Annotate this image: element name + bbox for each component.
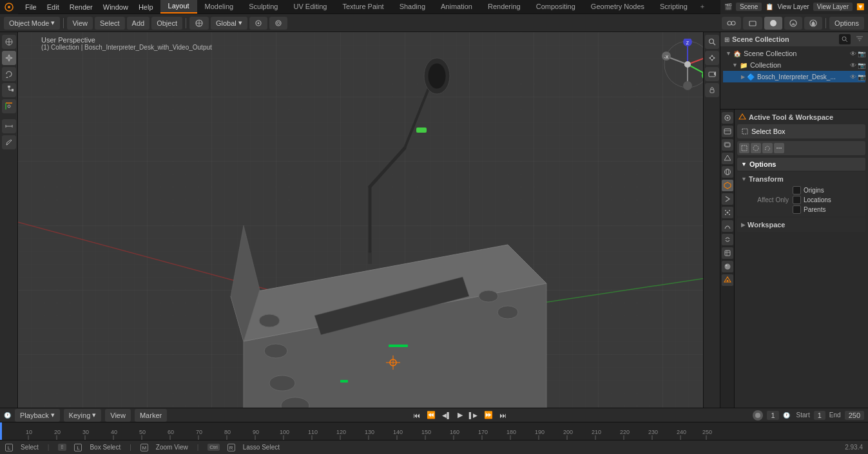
select-type-lasso[interactable]	[762, 143, 773, 153]
cursor-tool-btn[interactable]	[2, 35, 16, 49]
options-btn[interactable]: Options	[829, 17, 864, 30]
tab-scripting[interactable]: Scripting	[652, 0, 695, 14]
scene-playback-icon[interactable]: 🕐	[4, 412, 11, 419]
object-menu-btn[interactable]: Object	[151, 17, 182, 30]
tab-rendering[interactable]: Rendering	[480, 0, 528, 14]
select-menu-btn[interactable]: Select	[95, 17, 125, 30]
outliner-filter-btn[interactable]	[855, 34, 864, 44]
measure-tool-btn[interactable]	[2, 119, 16, 133]
transform-orientation-dropdown[interactable]: Global ▾	[211, 17, 247, 30]
origins-checkbox-row[interactable]: Origins	[793, 186, 831, 194]
props-modifier-icon[interactable]	[722, 193, 733, 205]
marker-menu-btn[interactable]: Marker	[135, 409, 167, 422]
object-render-icon[interactable]: 📷	[858, 73, 865, 80]
render-icon[interactable]: 📷	[858, 50, 865, 57]
prev-frame-btn[interactable]: ⏪	[425, 410, 437, 421]
select-type-circle[interactable]	[751, 143, 761, 153]
blender-logo[interactable]	[0, 0, 18, 14]
play-btn[interactable]: ▶	[456, 410, 464, 421]
move-tool-btn[interactable]	[2, 51, 16, 65]
props-scene-icon[interactable]	[722, 153, 733, 164]
annotate-tool-btn[interactable]	[2, 135, 16, 149]
jump-start-btn[interactable]: ⏮	[412, 410, 421, 421]
visibility-icon[interactable]: 👁	[850, 50, 856, 57]
collection-vis-icon[interactable]: 👁	[850, 62, 856, 69]
viewport-shading-material[interactable]	[784, 17, 802, 30]
tab-texture-paint[interactable]: Texture Paint	[334, 0, 391, 14]
menu-render[interactable]: Render	[65, 2, 97, 12]
viewport-pan-btn[interactable]	[705, 51, 719, 65]
origins-checkbox[interactable]	[793, 186, 801, 194]
props-data-icon[interactable]	[722, 247, 733, 259]
jump-end-btn[interactable]: ⏭	[498, 410, 508, 421]
props-constraints-icon[interactable]	[722, 234, 733, 245]
view-menu-btn[interactable]: View	[67, 17, 93, 30]
menu-window[interactable]: Window	[99, 2, 133, 12]
view-menu-timeline-btn[interactable]: View	[105, 409, 131, 422]
rotate-tool-btn[interactable]	[2, 67, 16, 81]
scale-tool-btn[interactable]	[2, 83, 16, 97]
start-frame-input[interactable]: 1	[814, 411, 825, 420]
proportional-edit-btn[interactable]	[269, 17, 287, 30]
props-render-icon[interactable]	[722, 112, 733, 124]
tab-compositing[interactable]: Compositing	[528, 0, 583, 14]
xray-btn[interactable]	[743, 17, 762, 30]
menu-edit[interactable]: Edit	[43, 2, 64, 12]
menu-file[interactable]: File	[21, 2, 41, 12]
viewport-search-btn[interactable]	[705, 35, 719, 49]
prev-key-btn[interactable]: ◀▌	[441, 411, 452, 420]
locations-checkbox-row[interactable]: Locations	[793, 196, 831, 204]
viewport-lock-btn[interactable]	[705, 83, 719, 97]
add-workspace-button[interactable]: +	[695, 1, 709, 12]
scene-name[interactable]: Scene	[736, 3, 762, 11]
tab-uv-editing[interactable]: UV Editing	[285, 0, 334, 14]
menu-help[interactable]: Help	[134, 2, 158, 12]
tab-animation[interactable]: Animation	[433, 0, 480, 14]
snap-btn[interactable]	[249, 17, 267, 30]
workspace-subsection-header[interactable]: ▶ Workspace	[738, 219, 864, 231]
transform-subsection-header[interactable]: ▼ Transform	[738, 173, 864, 185]
object-vis-icon[interactable]: 👁	[850, 73, 856, 80]
viewport-shading-render[interactable]	[804, 17, 822, 30]
parents-checkbox-row[interactable]: Parents	[793, 205, 831, 214]
props-object-icon[interactable]	[722, 180, 733, 191]
props-world-icon[interactable]	[722, 166, 733, 178]
props-particles-icon[interactable]	[722, 207, 733, 218]
select-type-more[interactable]	[774, 143, 784, 153]
collection-render-icon[interactable]: 📷	[858, 62, 865, 69]
select-type-box[interactable]	[739, 143, 749, 153]
tab-sculpting[interactable]: Sculpting	[241, 0, 285, 14]
viewport-camera-btn[interactable]	[705, 67, 719, 81]
outliner-object-item[interactable]: ▶ 🔷 Bosch_Interpreter_Desk_... 👁 📷	[723, 71, 865, 82]
props-active-tool-icon[interactable]	[722, 274, 733, 286]
playback-menu-btn[interactable]: Playback ▾	[15, 409, 60, 422]
tab-layout[interactable]: Layout	[160, 0, 197, 14]
options-section-header[interactable]: ▼ Options	[737, 158, 865, 171]
locations-checkbox[interactable]	[793, 196, 801, 204]
props-physics-icon[interactable]	[722, 220, 733, 232]
viewport-shading-solid[interactable]	[764, 17, 782, 30]
parents-checkbox[interactable]	[793, 205, 801, 214]
outliner-collection-item[interactable]: ▼ 📁 Collection 👁 📷	[723, 59, 865, 71]
overlay-btn[interactable]	[722, 17, 741, 30]
tab-shading[interactable]: Shading	[392, 0, 433, 14]
frame-time-toggle[interactable]: 🕐	[783, 412, 790, 419]
next-key-btn[interactable]: ▌▶	[468, 411, 479, 420]
props-output-icon[interactable]	[722, 126, 733, 137]
outliner-scene-collection[interactable]: ▼ 🏠 Scene Collection 👁 📷	[723, 48, 865, 59]
current-frame-display[interactable]: 1	[767, 411, 778, 420]
keying-menu-btn[interactable]: Keying ▾	[64, 409, 102, 422]
object-mode-dropdown[interactable]: Object Mode ▾	[4, 17, 60, 30]
record-btn[interactable]	[753, 410, 763, 421]
end-frame-input[interactable]: 250	[845, 411, 864, 420]
tab-geometry-nodes[interactable]: Geometry Nodes	[583, 0, 652, 14]
transform-tool-btn[interactable]	[2, 99, 16, 113]
transform-gizmo-btn[interactable]	[189, 17, 209, 30]
props-material-icon[interactable]	[722, 261, 733, 272]
next-frame-btn[interactable]: ⏩	[483, 410, 494, 421]
filter-icon[interactable]: 🔽	[856, 3, 864, 10]
tab-modeling[interactable]: Modeling	[197, 0, 242, 14]
view-layer-value[interactable]: View Layer	[813, 3, 853, 11]
add-menu-btn[interactable]: Add	[127, 17, 150, 30]
props-view-layer-icon[interactable]	[722, 139, 733, 151]
